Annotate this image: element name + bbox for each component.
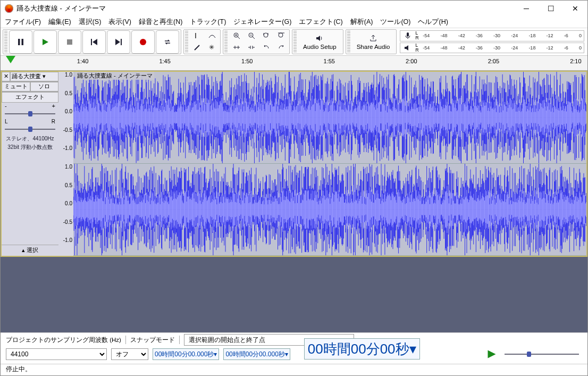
play-meter[interactable]: LR -54-48-42-36-30-24-18-12-60	[400, 43, 584, 54]
solo-button[interactable]: ソロ	[30, 82, 59, 91]
zoom-out-button[interactable]	[244, 30, 259, 41]
svg-rect-4	[91, 39, 92, 45]
tools-toolbar: I ✳	[183, 29, 221, 54]
menu-effect[interactable]: エフェクト(C)	[299, 18, 342, 27]
time-label: 1:40	[77, 58, 88, 64]
trim-button[interactable]	[229, 42, 244, 53]
playback-speed-slider[interactable]	[505, 350, 579, 358]
time-label: 1:55	[324, 58, 335, 64]
meters: LR -54-48-42-36-30-24-18-12-60 LR -54-48…	[399, 29, 585, 54]
stop-button[interactable]	[58, 30, 81, 54]
redo-button[interactable]	[274, 42, 289, 53]
time-display[interactable]: 00時間00分00秒▾	[304, 338, 420, 360]
status-text: 停止中。	[6, 366, 31, 372]
draw-tool[interactable]	[190, 42, 205, 53]
mic-icon	[404, 31, 412, 40]
menu-file[interactable]: ファイル(F)	[5, 18, 41, 27]
menu-select[interactable]: 選択(S)	[79, 18, 102, 27]
pause-button[interactable]	[9, 30, 32, 54]
effects-button[interactable]: エフェクト	[2, 92, 58, 103]
loop-button[interactable]	[156, 30, 179, 54]
selection-toolbar: 44100 オフ 00時間00分00.000秒▾ 00時間00分00.000秒▾…	[1, 347, 587, 364]
envelope-tool[interactable]	[205, 30, 220, 41]
close-button[interactable]: ✕	[563, 1, 587, 16]
menu-analyze[interactable]: 解析(A)	[350, 18, 373, 27]
svg-rect-6	[121, 39, 122, 45]
audio-setup-label: Audio Setup	[303, 44, 337, 50]
selection-toolbar-labels: プロジェクトのサンプリング周波数 (Hz) スナップモード 選択範囲の開始点と終…	[1, 332, 587, 347]
menu-transport[interactable]: 録音と再生(N)	[139, 18, 182, 27]
transport-toolbar	[3, 29, 181, 54]
svg-marker-5	[93, 39, 97, 45]
multi-tool[interactable]: ✳	[205, 42, 220, 53]
svg-point-13	[264, 33, 268, 37]
svg-rect-0	[18, 39, 20, 45]
fit-selection-button[interactable]	[259, 30, 274, 41]
share-audio-group: Share Audio	[346, 29, 397, 54]
playhead-icon[interactable]	[6, 56, 15, 63]
waveform-right	[73, 164, 586, 255]
selection-start-field[interactable]: 00時間00分00.000秒▾	[153, 348, 219, 360]
track-name-dropdown[interactable]: 踊る大捜査 ▾	[10, 72, 58, 81]
time-label: 2:05	[488, 58, 499, 64]
selection-end-field[interactable]: 00時間00分00.000秒▾	[223, 348, 290, 360]
track-close-button[interactable]: ✕	[2, 72, 10, 81]
toolbar: I ✳ Audio Setup Share Audio	[1, 28, 587, 56]
selection-tool[interactable]: I	[190, 30, 205, 41]
svg-marker-7	[115, 39, 120, 45]
speaker-icon	[404, 44, 412, 52]
skip-start-button[interactable]	[82, 30, 106, 54]
svg-text:✳: ✳	[209, 44, 214, 51]
menu-help[interactable]: ヘルプ(H)	[418, 18, 448, 27]
status-bar: 停止中。	[1, 364, 587, 375]
menu-view[interactable]: 表示(V)	[108, 18, 131, 27]
waveform-area[interactable]: 踊る大捜査線 - メインテーマ	[73, 72, 586, 256]
gain-slider[interactable]	[5, 110, 55, 118]
fit-project-button[interactable]	[274, 30, 289, 41]
share-audio-label: Share Audio	[357, 44, 390, 50]
silence-button[interactable]	[244, 42, 259, 53]
menu-tools[interactable]: ツール(O)	[380, 18, 410, 27]
menu-generate[interactable]: ジェネレーター(G)	[233, 18, 291, 27]
track-control-panel: ✕ 踊る大捜査 ▾ ミュート ソロ エフェクト -+ LR ステレオ、44100…	[2, 72, 58, 256]
snap-label: スナップモード	[130, 336, 175, 344]
undo-button[interactable]	[259, 42, 274, 53]
time-label: 2:00	[406, 58, 417, 64]
share-icon	[369, 34, 377, 43]
minimize-button[interactable]: ─	[514, 1, 539, 16]
time-label: 1:50	[241, 58, 253, 64]
mute-button[interactable]: ミュート	[2, 82, 30, 91]
svg-marker-2	[43, 39, 48, 45]
speaker-icon	[315, 34, 324, 43]
clip-title: 踊る大捜査線 - メインテーマ	[75, 72, 154, 80]
audio-setup-button[interactable]: Audio Setup	[298, 34, 342, 50]
svg-point-8	[140, 39, 146, 45]
menu-edit[interactable]: 編集(E)	[48, 18, 71, 27]
menu-track[interactable]: トラック(T)	[190, 18, 226, 27]
play-button[interactable]	[33, 30, 57, 54]
samplerate-label: プロジェクトのサンプリング周波数 (Hz)	[6, 336, 121, 344]
track-collapse-button[interactable]: ▴ 選択	[2, 245, 58, 256]
time-label: 2:10	[570, 58, 581, 64]
track: ✕ 踊る大捜査 ▾ ミュート ソロ エフェクト -+ LR ステレオ、44100…	[1, 71, 587, 257]
record-meter[interactable]: LR -54-48-42-36-30-24-18-12-60	[400, 30, 584, 41]
maximize-button[interactable]: ☐	[539, 1, 563, 16]
track-format-label: ステレオ、44100Hz	[2, 134, 58, 143]
svg-point-14	[279, 33, 283, 37]
snap-select[interactable]: オフ	[111, 348, 148, 360]
svg-marker-18	[488, 350, 496, 358]
play-at-speed-button[interactable]	[486, 349, 497, 360]
track-bitdepth-label: 32bit 浮動小数点数	[2, 143, 58, 151]
zoom-in-button[interactable]	[229, 30, 244, 41]
svg-rect-15	[407, 32, 409, 37]
pan-slider[interactable]	[5, 126, 55, 133]
tracks-area: ✕ 踊る大捜査 ▾ ミュート ソロ エフェクト -+ LR ステレオ、44100…	[1, 71, 587, 332]
record-button[interactable]	[131, 30, 155, 54]
skip-end-button[interactable]	[107, 30, 130, 54]
svg-text:I: I	[195, 31, 197, 40]
timeline[interactable]: 1:40 1:45 1:50 1:55 2:00 2:05 2:10	[1, 56, 587, 71]
share-audio-button[interactable]: Share Audio	[351, 34, 396, 50]
zoom-toolbar	[223, 29, 290, 54]
window-title: 踊る大捜査線 - メインテーマ	[16, 4, 514, 13]
project-rate-select[interactable]: 44100	[6, 348, 107, 360]
